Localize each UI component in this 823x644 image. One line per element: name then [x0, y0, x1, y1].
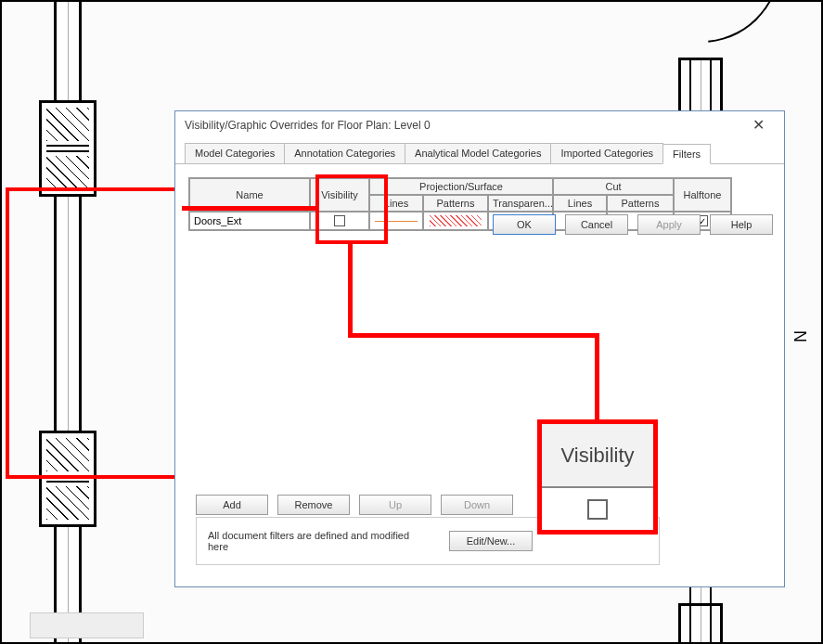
col-name[interactable]: Name	[189, 178, 310, 212]
col-halftone[interactable]: Halftone	[674, 178, 731, 212]
zoom-label: Visibility	[542, 424, 653, 488]
col-cut[interactable]: Cut	[553, 178, 674, 195]
dialog-footer: OK Cancel Apply Help	[493, 214, 773, 235]
zoom-checkbox	[587, 499, 608, 520]
dialog-titlebar[interactable]: Visibility/Graphic Overrides for Floor P…	[175, 111, 784, 139]
wall-joint-bottom	[39, 431, 96, 527]
ok-button[interactable]: OK	[493, 214, 556, 235]
col-projection-transparency[interactable]: Transparen...	[488, 195, 553, 212]
visibility-zoom-callout: Visibility	[537, 419, 658, 535]
wall-joint-right-bottom	[678, 603, 723, 644]
cancel-button[interactable]: Cancel	[565, 214, 628, 235]
col-visibility[interactable]: Visibility	[310, 178, 369, 212]
up-button[interactable]: Up	[359, 495, 431, 515]
hint-text: All document filters are defined and mod…	[208, 530, 412, 552]
apply-button[interactable]: Apply	[637, 214, 701, 235]
filter-projection-lines-cell[interactable]	[369, 212, 423, 230]
col-projection-lines[interactable]: Lines	[369, 195, 423, 212]
wall-left	[54, 0, 82, 644]
line-override-sample	[375, 221, 418, 222]
edit-new-button[interactable]: Edit/New...	[449, 531, 533, 551]
tab-model-categories[interactable]: Model Categories	[185, 143, 285, 163]
filter-buttons: Add Remove Up Down	[196, 495, 513, 515]
tab-analytical-model-categories[interactable]: Analytical Model Categories	[405, 143, 551, 163]
visibility-checkbox[interactable]	[334, 215, 345, 226]
wall-joint-top	[39, 100, 96, 197]
tab-imported-categories[interactable]: Imported Categories	[550, 143, 663, 163]
down-button[interactable]: Down	[441, 495, 513, 515]
tab-filters[interactable]: Filters	[662, 144, 711, 164]
tab-annotation-categories[interactable]: Annotation Categories	[284, 143, 405, 163]
filter-projection-patterns-cell[interactable]	[423, 212, 488, 230]
dialog-title: Visibility/Graphic Overrides for Floor P…	[183, 111, 739, 139]
col-projection-patterns[interactable]: Patterns	[423, 195, 488, 212]
filter-name-cell[interactable]: Doors_Ext	[189, 212, 310, 230]
tab-strip: Model Categories Annotation Categories A…	[175, 139, 784, 164]
help-button[interactable]: Help	[710, 214, 773, 235]
status-bar-fragment	[30, 612, 144, 638]
north-indicator: N	[791, 330, 811, 342]
col-cut-patterns[interactable]: Patterns	[607, 195, 674, 212]
remove-button[interactable]: Remove	[277, 495, 350, 515]
col-projection-surface[interactable]: Projection/Surface	[369, 178, 553, 195]
filter-visibility-cell[interactable]	[310, 212, 369, 230]
add-button[interactable]: Add	[196, 495, 268, 515]
close-icon[interactable]: ✕	[739, 111, 777, 139]
visibility-graphics-dialog: Visibility/Graphic Overrides for Floor P…	[174, 110, 785, 587]
col-cut-lines[interactable]: Lines	[553, 195, 607, 212]
zoom-checkbox-cell	[542, 488, 653, 530]
pattern-override-sample	[430, 215, 482, 226]
